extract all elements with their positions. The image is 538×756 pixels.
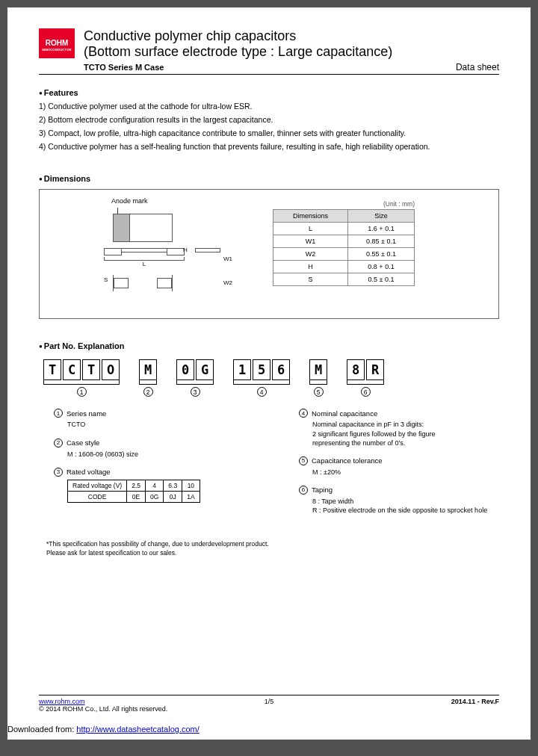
header-rule: [39, 74, 499, 75]
partno-index: 3: [191, 387, 200, 397]
explain-item: 4Nominal capacitanceNominal capacitance …: [299, 409, 499, 447]
partno-char: 1: [233, 359, 251, 380]
partno-char: 6: [272, 359, 290, 380]
explain-left: 1Series nameTCTO2Case styleM : 1608-09 (…: [54, 409, 254, 524]
explain-index: 1: [54, 409, 63, 418]
dim-cell: 0.55 ± 0.1: [348, 248, 415, 261]
dim-th: Size: [348, 210, 415, 223]
explain-index: 6: [299, 486, 308, 495]
title-line1: Conductive polymer chip capacitors: [84, 28, 499, 44]
explain-index: 4: [299, 409, 308, 418]
partno-char: 5: [253, 359, 270, 380]
logo-sub: SEMICONDUCTOR: [42, 49, 72, 52]
feature-item: 4) Conductive polymer has a self-healing…: [39, 140, 499, 154]
dim-th: Dimensions: [273, 210, 348, 223]
header: ROHM SEMICONDUCTOR Conductive polymer ch…: [39, 28, 499, 72]
footer-left: www.rohm.com © 2014 ROHM Co., Ltd. All r…: [39, 698, 167, 713]
dimensions-box: Anode mark H L W1 S W2 (Unit : mm) Dimen…: [39, 189, 499, 319]
partno-group: TCTO1: [43, 359, 120, 397]
explain-body: M : ±20%: [312, 468, 499, 477]
dim-label-L: L: [104, 260, 185, 267]
volt-cell: 0G: [145, 491, 163, 502]
explain-title: Series name: [67, 409, 106, 418]
partno-char: 0: [176, 359, 194, 380]
dimensions-table: DimensionsSize L1.6 + 0.1 W10.85 ± 0.1 W…: [273, 209, 415, 286]
doc-type: Data sheet: [456, 62, 499, 72]
partno-char: C: [63, 359, 81, 380]
partno-index: 2: [143, 387, 153, 397]
volt-cell: 4: [145, 480, 163, 491]
partno-group: 0G3: [176, 359, 214, 397]
partno-group: M5: [309, 359, 327, 397]
explain-index: 3: [54, 468, 63, 477]
explain-body: M : 1608-09 (0603) size: [67, 450, 254, 459]
partno-index: 5: [314, 387, 324, 397]
partno-char: T: [82, 359, 100, 380]
explain-title: Case style: [67, 439, 99, 447]
partno-row: TCTO1M20G31564M58R6: [43, 359, 499, 397]
partno-char: M: [309, 359, 327, 380]
dim-cell: L: [273, 223, 348, 235]
title-line2: (Bottom surface electrode type : Large c…: [84, 44, 499, 60]
volt-cell: Rated voltage (V): [68, 480, 127, 491]
voltage-table: Rated voltage (V)2.546.310CODE0E0G0J1A: [67, 480, 200, 503]
explain-item: 6Taping8 : Tape widthR : Positive electr…: [299, 486, 499, 515]
volt-cell: 0J: [164, 491, 182, 502]
dim-label-W1: W1: [223, 255, 232, 262]
partno-char: 8: [347, 359, 365, 380]
dim-cell: 0.5 ± 0.1: [348, 273, 415, 286]
explain-index: 5: [299, 456, 308, 465]
footer-url-link[interactable]: www.rohm.com: [39, 698, 85, 705]
dim-label-S: S: [104, 276, 108, 283]
partno-char: M: [139, 359, 157, 380]
partno-group: 8R6: [347, 359, 384, 397]
title-block: Conductive polymer chip capacitors (Bott…: [84, 28, 499, 72]
downloaded-from: Downloaded from: http://www.datasheetcat…: [7, 725, 200, 734]
revision: 2014.11 - Rev.F: [451, 698, 499, 705]
dimensions-heading: Dimensions: [39, 174, 499, 183]
partno-index: 4: [257, 387, 267, 397]
volt-cell: CODE: [68, 491, 127, 502]
partno-heading: Part No. Explanation: [39, 341, 499, 350]
explain-item: 1Series nameTCTO: [54, 409, 254, 429]
dim-cell: W1: [273, 235, 348, 248]
partno-char: R: [366, 359, 384, 380]
dim-cell: 0.8 + 0.1: [348, 261, 415, 273]
explain-title: Taping: [312, 486, 333, 494]
features-list: 1) Conductive polymer used at the cathod…: [39, 100, 499, 153]
dim-cell: S: [273, 273, 348, 286]
partno-char: G: [196, 359, 214, 380]
dim-label-H: H: [183, 247, 188, 253]
volt-cell: 10: [182, 480, 200, 491]
rohm-logo: ROHM SEMICONDUCTOR: [39, 28, 75, 58]
logo-main: ROHM: [46, 40, 69, 47]
dim-cell: 0.85 ± 0.1: [348, 235, 415, 248]
downloaded-link[interactable]: http://www.datasheetcatalog.com/: [76, 725, 199, 734]
page-number: 1/5: [265, 698, 274, 705]
series-name: TCTO Series M Case: [84, 63, 164, 72]
features-heading: Features: [39, 88, 499, 97]
volt-cell: 2.5: [127, 480, 146, 491]
explain-title: Nominal capacitance: [312, 409, 377, 418]
downloaded-prefix: Downloaded from:: [7, 725, 76, 734]
dim-cell: W2: [273, 248, 348, 261]
feature-item: 3) Compact, low profile, ultra-high capa…: [39, 127, 499, 140]
dim-table-wrap: (Unit : mm) DimensionsSize L1.6 + 0.1 W1…: [273, 200, 415, 286]
partno-index: 1: [77, 387, 87, 397]
explain-title: Capacitance tolerance: [312, 456, 383, 465]
chip-side-view: [104, 248, 185, 252]
explain-right: 4Nominal capacitanceNominal capacitance …: [299, 409, 499, 524]
dim-cell: 1.6 + 0.1: [348, 223, 415, 235]
partno-index: 6: [361, 387, 371, 397]
explain-body: TCTO: [67, 420, 254, 429]
partno-char: T: [43, 359, 61, 380]
datasheet-page: ROHM SEMICONDUCTOR Conductive polymer ch…: [7, 7, 531, 740]
explain-item: 5Capacitance toleranceM : ±20%: [299, 456, 499, 477]
explanation-columns: 1Series nameTCTO2Case styleM : 1608-09 (…: [54, 409, 499, 524]
partno-char: O: [102, 359, 120, 380]
partno-group: 1564: [233, 359, 290, 397]
feature-item: 1) Conductive polymer used at the cathod…: [39, 100, 499, 114]
footer-copyright: © 2014 ROHM Co., Ltd. All rights reserve…: [39, 705, 167, 713]
disclaimer: *This specification has possibility of c…: [46, 540, 499, 558]
feature-item: 2) Bottom electrode configuration result…: [39, 114, 499, 127]
